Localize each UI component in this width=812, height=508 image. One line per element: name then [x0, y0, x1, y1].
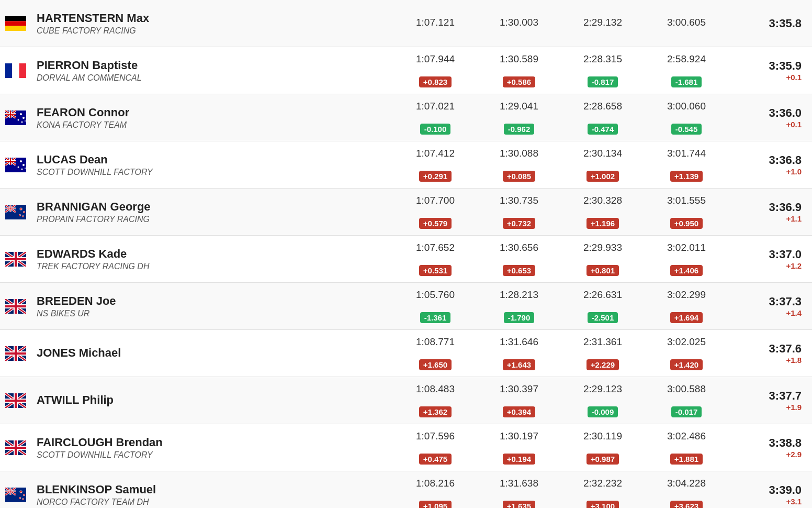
final-col: 3:37.7 +1.9: [728, 389, 812, 412]
split3-col: 2:28.658 -0.474: [561, 101, 645, 135]
svg-rect-30: [5, 161, 16, 162]
split3-time: 2:28.315: [561, 53, 645, 65]
split3-col: 2:26.631 -2.501: [561, 289, 645, 323]
split3-time: 2:30.134: [561, 148, 645, 159]
split2-time: 1:30.088: [477, 148, 561, 159]
final-time: 3:35.8: [728, 17, 802, 30]
split4-diff: +1.139: [670, 171, 703, 182]
split3-col: 2:31.361 +2.229: [561, 336, 645, 370]
flag-col: [0, 205, 31, 219]
final-diff: +1.8: [728, 356, 802, 365]
name-col: EDWARDS Kade TREK FACTORY RACING DH: [31, 247, 393, 271]
split3-diff: -0.817: [588, 76, 618, 87]
svg-rect-97: [5, 447, 26, 449]
flag-col: [0, 252, 31, 267]
final-col: 3:35.8: [728, 17, 812, 30]
split2-time: 1:28.213: [477, 289, 561, 301]
team-name: SCOTT DOWNHILL FACTORY: [37, 168, 393, 177]
split4-time: 3:04.228: [645, 478, 728, 489]
team-name: PROPAIN FACTORY RACING: [37, 215, 393, 224]
split4-diff: +0.950: [670, 218, 703, 229]
table-row: EDWARDS Kade TREK FACTORY RACING DH 1:07…: [0, 236, 812, 283]
split2-time: 1:30.735: [477, 195, 561, 206]
final-col: 3:39.0 +3.1: [728, 483, 812, 506]
table-row: BREEDEN Joe NS BIKES UR 1:05.760 -1.361 …: [0, 283, 812, 330]
final-col: 3:37.6 +1.8: [728, 342, 812, 365]
split1-time: 1:07.700: [393, 195, 477, 206]
split4-col: 3:01.744 +1.139: [645, 148, 728, 182]
split2-col: 1:30.735 +0.732: [477, 195, 561, 229]
final-diff: +1.0: [728, 167, 802, 176]
name-col: HARTENSTERN Max CUBE FACTORY RACING: [31, 12, 393, 36]
split2-time: 1:29.041: [477, 101, 561, 112]
split4-diff: +1.881: [670, 454, 703, 465]
table-row: ATWILL Philip 1:08.483 +1.362 1:30.397 +…: [0, 377, 812, 424]
svg-point-52: [22, 215, 24, 216]
svg-point-48: [24, 211, 25, 213]
svg-point-35: [25, 168, 26, 169]
final-col: 3:36.0 +0.1: [728, 106, 812, 129]
split4-diff: +1.694: [670, 312, 703, 323]
split4-diff: -0.017: [671, 406, 702, 417]
split2-col: 1:30.003: [477, 17, 561, 30]
final-diff: +1.1: [728, 214, 802, 223]
split4-time: 3:01.744: [645, 148, 728, 159]
name-col: PIERRON Baptiste DORVAL AM COMMENCAL: [31, 59, 393, 83]
team-name: NS BIKES UR: [37, 309, 393, 318]
svg-point-20: [25, 120, 26, 122]
split4-time: 3:02.011: [645, 242, 728, 253]
table-row: LUCAS Dean SCOTT DOWNHILL FACTORY 1:07.4…: [0, 141, 812, 189]
split2-time: 1:30.589: [477, 53, 561, 65]
split4-col: 3:02.299 +1.694: [645, 289, 728, 323]
split2-diff: +0.732: [503, 218, 535, 229]
table-row: FEARON Connor KONA FACTORY TEAM 1:07.021…: [0, 94, 812, 141]
team-name: DORVAL AM COMMENCAL: [37, 73, 393, 83]
svg-point-112: [19, 497, 21, 499]
split1-col: 1:07.121: [393, 17, 477, 30]
table-row: FAIRCLOUGH Brendan SCOTT DOWNHILL FACTOR…: [0, 424, 812, 471]
split3-col: 2:29.123 -0.009: [561, 383, 645, 417]
rider-name: BREEDEN Joe: [37, 294, 393, 308]
svg-point-34: [21, 168, 23, 170]
final-time: 3:39.0: [728, 483, 802, 497]
name-col: JONES Michael: [31, 346, 393, 361]
svg-rect-2: [5, 26, 26, 30]
svg-rect-88: [5, 400, 26, 402]
split2-time: 1:31.638: [477, 478, 561, 489]
flag-col: [0, 16, 31, 31]
split2-col: 1:31.646 +1.643: [477, 336, 561, 370]
split2-diff: +1.635: [503, 501, 535, 508]
split2-col: 1:30.088 +0.085: [477, 148, 561, 182]
split2-time: 1:30.003: [477, 17, 561, 28]
split3-diff: -0.009: [588, 406, 618, 417]
final-col: 3:38.8 +2.9: [728, 436, 812, 459]
final-time: 3:38.8: [728, 436, 802, 450]
name-col: LUCAS Dean SCOTT DOWNHILL FACTORY: [31, 153, 393, 177]
split3-time: 2:26.631: [561, 289, 645, 301]
split2-col: 1:31.638 +1.635: [477, 478, 561, 508]
split4-time: 3:02.025: [645, 336, 728, 348]
final-time: 3:36.8: [728, 153, 802, 167]
final-diff: +1.2: [728, 261, 802, 270]
rider-name: PIERRON Baptiste: [37, 59, 393, 72]
final-diff: +2.9: [728, 450, 802, 459]
split2-col: 1:30.397 +0.394: [477, 383, 561, 417]
split4-time: 3:00.605: [645, 17, 728, 28]
split2-col: 1:30.589 +0.586: [477, 53, 561, 87]
svg-point-18: [18, 119, 19, 120]
rider-name: JONES Michael: [37, 346, 393, 360]
flag-col: [0, 488, 31, 502]
results-table: HARTENSTERN Max CUBE FACTORY RACING 1:07…: [0, 0, 812, 508]
split2-time: 1:30.656: [477, 242, 561, 253]
svg-rect-70: [5, 305, 26, 307]
svg-point-31: [20, 160, 22, 162]
flag-col: [0, 63, 31, 78]
split3-col: 2:30.328 +1.196: [561, 195, 645, 229]
split1-diff: +0.531: [419, 265, 452, 276]
split4-col: 3:00.588 -0.017: [645, 383, 728, 417]
split2-diff: +1.643: [503, 359, 535, 370]
rider-name: ATWILL Philip: [37, 393, 393, 407]
split4-time: 3:00.588: [645, 383, 728, 395]
flag-col: [0, 111, 31, 125]
split1-col: 1:08.483 +1.362: [393, 383, 477, 417]
